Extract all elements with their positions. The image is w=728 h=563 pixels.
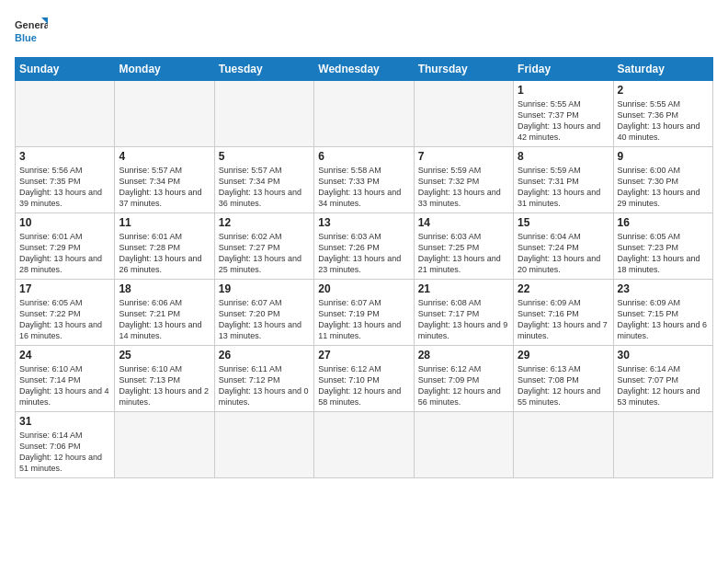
day-info: Sunrise: 6:06 AM Sunset: 7:21 PM Dayligh… xyxy=(119,297,210,342)
calendar-day-cell: 17Sunrise: 6:05 AM Sunset: 7:22 PM Dayli… xyxy=(16,280,115,346)
day-info: Sunrise: 6:13 AM Sunset: 7:08 PM Dayligh… xyxy=(518,363,609,408)
day-number: 4 xyxy=(119,150,210,163)
day-number: 9 xyxy=(618,150,709,163)
calendar-table: SundayMondayTuesdayWednesdayThursdayFrid… xyxy=(15,57,713,478)
day-number: 17 xyxy=(19,282,110,295)
calendar-day-cell: 2Sunrise: 5:55 AM Sunset: 7:36 PM Daylig… xyxy=(613,81,712,147)
calendar-body: 1Sunrise: 5:55 AM Sunset: 7:37 PM Daylig… xyxy=(16,81,713,478)
calendar-day-cell: 21Sunrise: 6:08 AM Sunset: 7:17 PM Dayli… xyxy=(414,280,513,346)
calendar-day-cell: 27Sunrise: 6:12 AM Sunset: 7:10 PM Dayli… xyxy=(314,346,414,412)
calendar-day-cell xyxy=(115,412,214,478)
calendar-week-row: 31Sunrise: 6:14 AM Sunset: 7:06 PM Dayli… xyxy=(16,412,713,478)
day-number: 21 xyxy=(418,282,509,295)
calendar-day-cell: 9Sunrise: 6:00 AM Sunset: 7:30 PM Daylig… xyxy=(613,147,712,213)
calendar-week-row: 17Sunrise: 6:05 AM Sunset: 7:22 PM Dayli… xyxy=(16,280,713,346)
day-number: 8 xyxy=(518,150,609,163)
day-number: 15 xyxy=(518,216,609,229)
logo: General Blue xyxy=(15,15,48,48)
calendar-day-cell xyxy=(214,412,313,478)
calendar-week-row: 10Sunrise: 6:01 AM Sunset: 7:29 PM Dayli… xyxy=(16,213,713,280)
day-number: 24 xyxy=(19,349,110,362)
day-number: 7 xyxy=(418,150,509,163)
day-number: 20 xyxy=(318,282,409,295)
day-info: Sunrise: 5:59 AM Sunset: 7:32 PM Dayligh… xyxy=(418,165,509,210)
calendar-day-cell xyxy=(514,412,613,478)
svg-text:Blue: Blue xyxy=(15,32,37,43)
calendar-day-cell: 16Sunrise: 6:05 AM Sunset: 7:23 PM Dayli… xyxy=(613,213,712,280)
day-number: 3 xyxy=(19,150,110,163)
day-number: 18 xyxy=(119,282,210,295)
day-info: Sunrise: 6:03 AM Sunset: 7:25 PM Dayligh… xyxy=(418,231,509,276)
day-number: 14 xyxy=(418,216,509,229)
day-info: Sunrise: 6:01 AM Sunset: 7:29 PM Dayligh… xyxy=(19,231,110,276)
calendar-day-cell: 10Sunrise: 6:01 AM Sunset: 7:29 PM Dayli… xyxy=(16,213,115,280)
day-info: Sunrise: 5:56 AM Sunset: 7:35 PM Dayligh… xyxy=(19,165,110,210)
day-number: 5 xyxy=(219,150,310,163)
calendar-day-cell xyxy=(314,81,414,147)
calendar-day-cell: 22Sunrise: 6:09 AM Sunset: 7:16 PM Dayli… xyxy=(514,280,613,346)
weekday-tuesday: Tuesday xyxy=(214,58,313,81)
weekday-wednesday: Wednesday xyxy=(314,58,414,81)
weekday-monday: Monday xyxy=(115,58,214,81)
calendar-day-cell: 4Sunrise: 5:57 AM Sunset: 7:34 PM Daylig… xyxy=(115,147,214,213)
calendar-week-row: 1Sunrise: 5:55 AM Sunset: 7:37 PM Daylig… xyxy=(16,81,713,147)
day-info: Sunrise: 6:00 AM Sunset: 7:30 PM Dayligh… xyxy=(618,165,709,210)
calendar-day-cell: 15Sunrise: 6:04 AM Sunset: 7:24 PM Dayli… xyxy=(514,213,613,280)
day-info: Sunrise: 6:04 AM Sunset: 7:24 PM Dayligh… xyxy=(518,231,609,276)
day-info: Sunrise: 6:14 AM Sunset: 7:07 PM Dayligh… xyxy=(618,363,709,408)
weekday-sunday: Sunday xyxy=(16,58,115,81)
day-number: 2 xyxy=(618,84,709,97)
calendar-day-cell: 5Sunrise: 5:57 AM Sunset: 7:34 PM Daylig… xyxy=(214,147,313,213)
calendar-day-cell xyxy=(414,81,513,147)
day-number: 12 xyxy=(219,216,310,229)
page: General Blue SundayMondayTuesdayWednesda… xyxy=(0,0,728,563)
day-info: Sunrise: 5:57 AM Sunset: 7:34 PM Dayligh… xyxy=(119,165,210,210)
day-number: 19 xyxy=(219,282,310,295)
day-number: 11 xyxy=(119,216,210,229)
calendar-day-cell: 14Sunrise: 6:03 AM Sunset: 7:25 PM Dayli… xyxy=(414,213,513,280)
calendar-day-cell xyxy=(314,412,414,478)
calendar-day-cell: 18Sunrise: 6:06 AM Sunset: 7:21 PM Dayli… xyxy=(115,280,214,346)
day-number: 30 xyxy=(618,349,709,362)
calendar-day-cell xyxy=(414,412,513,478)
day-info: Sunrise: 6:07 AM Sunset: 7:20 PM Dayligh… xyxy=(219,297,310,342)
calendar-week-row: 3Sunrise: 5:56 AM Sunset: 7:35 PM Daylig… xyxy=(16,147,713,213)
day-number: 6 xyxy=(318,150,409,163)
day-info: Sunrise: 6:11 AM Sunset: 7:12 PM Dayligh… xyxy=(219,363,310,408)
day-info: Sunrise: 6:10 AM Sunset: 7:13 PM Dayligh… xyxy=(119,363,210,408)
day-number: 16 xyxy=(618,216,709,229)
calendar-day-cell: 24Sunrise: 6:10 AM Sunset: 7:14 PM Dayli… xyxy=(16,346,115,412)
day-info: Sunrise: 6:03 AM Sunset: 7:26 PM Dayligh… xyxy=(318,231,409,276)
calendar-day-cell: 1Sunrise: 5:55 AM Sunset: 7:37 PM Daylig… xyxy=(514,81,613,147)
day-number: 22 xyxy=(518,282,609,295)
calendar-day-cell: 30Sunrise: 6:14 AM Sunset: 7:07 PM Dayli… xyxy=(613,346,712,412)
calendar-day-cell xyxy=(214,81,313,147)
day-info: Sunrise: 5:59 AM Sunset: 7:31 PM Dayligh… xyxy=(518,165,609,210)
day-info: Sunrise: 6:09 AM Sunset: 7:16 PM Dayligh… xyxy=(518,297,609,342)
day-info: Sunrise: 5:57 AM Sunset: 7:34 PM Dayligh… xyxy=(219,165,310,210)
day-info: Sunrise: 6:12 AM Sunset: 7:09 PM Dayligh… xyxy=(418,363,509,408)
day-number: 23 xyxy=(618,282,709,295)
calendar-day-cell: 8Sunrise: 5:59 AM Sunset: 7:31 PM Daylig… xyxy=(514,147,613,213)
weekday-saturday: Saturday xyxy=(613,58,712,81)
day-info: Sunrise: 6:10 AM Sunset: 7:14 PM Dayligh… xyxy=(19,363,110,408)
day-number: 26 xyxy=(219,349,310,362)
calendar-header: SundayMondayTuesdayWednesdayThursdayFrid… xyxy=(16,58,713,81)
weekday-friday: Friday xyxy=(514,58,613,81)
day-number: 28 xyxy=(418,349,509,362)
calendar-day-cell: 19Sunrise: 6:07 AM Sunset: 7:20 PM Dayli… xyxy=(214,280,313,346)
weekday-thursday: Thursday xyxy=(414,58,513,81)
day-info: Sunrise: 6:02 AM Sunset: 7:27 PM Dayligh… xyxy=(219,231,310,276)
calendar-day-cell: 28Sunrise: 6:12 AM Sunset: 7:09 PM Dayli… xyxy=(414,346,513,412)
calendar-day-cell: 26Sunrise: 6:11 AM Sunset: 7:12 PM Dayli… xyxy=(214,346,313,412)
day-number: 10 xyxy=(19,216,110,229)
calendar-week-row: 24Sunrise: 6:10 AM Sunset: 7:14 PM Dayli… xyxy=(16,346,713,412)
day-info: Sunrise: 6:07 AM Sunset: 7:19 PM Dayligh… xyxy=(318,297,409,342)
calendar-day-cell: 29Sunrise: 6:13 AM Sunset: 7:08 PM Dayli… xyxy=(514,346,613,412)
calendar-day-cell: 11Sunrise: 6:01 AM Sunset: 7:28 PM Dayli… xyxy=(115,213,214,280)
calendar-day-cell: 25Sunrise: 6:10 AM Sunset: 7:13 PM Dayli… xyxy=(115,346,214,412)
day-number: 29 xyxy=(518,349,609,362)
calendar-day-cell: 12Sunrise: 6:02 AM Sunset: 7:27 PM Dayli… xyxy=(214,213,313,280)
day-info: Sunrise: 6:01 AM Sunset: 7:28 PM Dayligh… xyxy=(119,231,210,276)
calendar-day-cell: 3Sunrise: 5:56 AM Sunset: 7:35 PM Daylig… xyxy=(16,147,115,213)
